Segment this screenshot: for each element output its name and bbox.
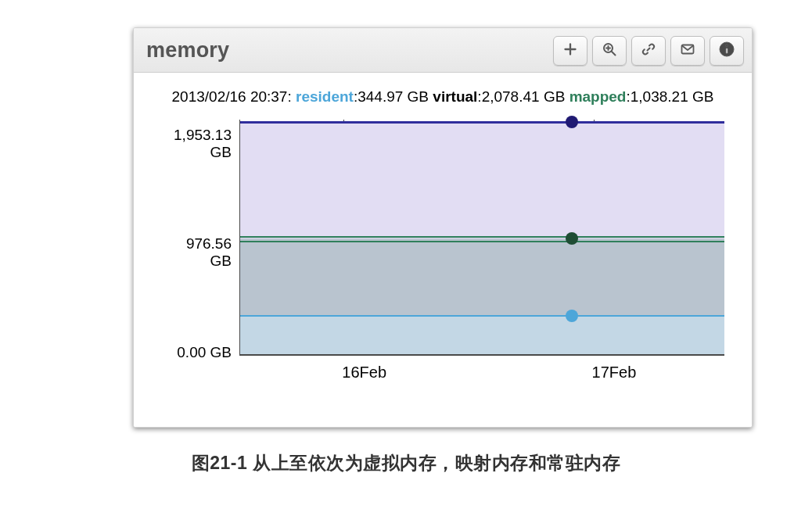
info-icon <box>718 41 735 61</box>
y-axis-line <box>239 120 240 356</box>
y-tick-0: 1,953.13 GB <box>174 127 232 161</box>
y-tick-1: 976.56 GB <box>186 236 232 271</box>
hover-dot-mapped <box>566 232 578 245</box>
plot-area[interactable] <box>239 120 724 354</box>
y-tick-2: 0.00 GB <box>177 344 232 361</box>
plus-icon <box>563 42 577 59</box>
y-axis: 1,953.13 GB 976.56 GB 0.00 GB <box>134 120 239 354</box>
legend-key-virtual: virtual <box>433 88 477 105</box>
series-mapped-line <box>239 236 724 238</box>
hover-dot-virtual <box>566 116 578 128</box>
add-button[interactable] <box>553 36 587 66</box>
series-virtual-line <box>239 121 724 124</box>
legend-key-mapped: mapped <box>569 88 627 105</box>
series-resident-line <box>239 315 724 317</box>
hover-dot-resident <box>566 310 578 322</box>
hover-readout: 2013/02/16 20:37: resident:344.97 GB vir… <box>134 88 752 106</box>
magnifier-plus-icon <box>602 41 617 60</box>
svg-point-9 <box>726 45 728 47</box>
zoom-button[interactable] <box>592 36 627 66</box>
memory-panel: memory <box>133 27 753 428</box>
x-tick-0: 16Feb <box>342 364 386 382</box>
legend-val-virtual: 2,078.41 GB <box>482 88 566 105</box>
mail-icon <box>680 41 695 60</box>
x-axis: 16Feb 17Feb <box>239 354 724 401</box>
mail-button[interactable] <box>670 36 705 66</box>
panel-body: 2013/02/16 20:37: resident:344.97 GB vir… <box>134 73 752 428</box>
info-button[interactable] <box>710 36 744 66</box>
svg-rect-8 <box>726 48 728 54</box>
legend-val-mapped: 1,038.21 GB <box>631 88 714 105</box>
hover-timestamp: 2013/02/16 20:37 <box>172 88 288 105</box>
legend-key-resident: resident <box>296 88 354 105</box>
link-button[interactable] <box>631 36 666 66</box>
x-tick-1: 17Feb <box>592 364 637 382</box>
svg-line-3 <box>612 52 616 56</box>
series-mapped-line2 <box>239 241 724 242</box>
link-icon <box>641 41 656 60</box>
series-resident-fill <box>239 316 724 354</box>
panel-header: memory <box>134 28 752 73</box>
figure-caption: 图21-1 从上至依次为虚拟内存，映射内存和常驻内存 <box>0 451 812 475</box>
panel-title: memory <box>146 38 229 63</box>
panel-toolbar <box>553 36 744 66</box>
legend-val-resident: 344.97 GB <box>357 88 429 105</box>
